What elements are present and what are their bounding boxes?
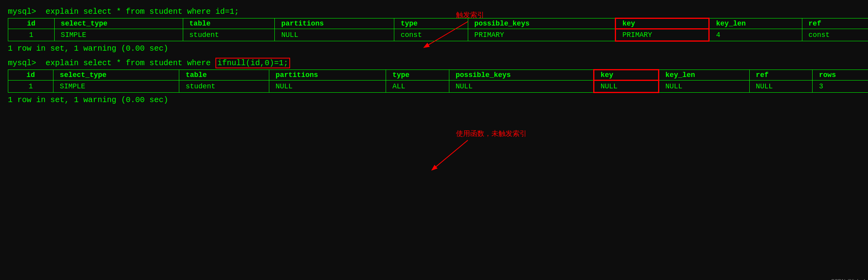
query2-block: mysql> explain select * from student whe… [8,59,868,104]
cell2-rows: 3 [813,81,868,93]
cell-partitions: NULL [275,29,394,41]
query1-command: mysql> explain select * from student whe… [8,7,868,16]
prompt2: mysql> [8,59,36,68]
cell-type: const [394,29,468,41]
col-key-len-header: key_len [709,18,802,29]
query2-table: id select_type table partitions type pos… [8,69,868,93]
col-possible-keys-header: possible_keys [468,18,616,29]
col2-key-header: key [594,70,658,81]
cell-possible-keys: PRIMARY [468,29,616,41]
cell-select-type: SIMPLE [54,29,183,41]
col-id-header: id [8,18,55,29]
col-select-type-header: select_type [54,18,183,29]
col2-ref-header: ref [749,70,813,81]
col2-rows-header: rows [813,70,868,81]
col2-select-type-header: select_type [53,70,179,81]
col-key-header: key [616,18,709,29]
query1-data-row: 1 SIMPLE student NULL const PRIMARY PRIM… [8,29,868,41]
cell2-possible-keys: NULL [449,81,594,93]
cell-id: 1 [8,29,55,41]
query1-table: id select_type table partitions type pos… [8,18,868,42]
cell2-key-len: NULL [658,81,749,93]
col2-key-len-header: key_len [658,70,749,81]
annotation2-container: 使用函数，未触发索引 [456,129,535,178]
query2-prefix: explain select * from student where [46,59,215,68]
svg-line-3 [432,140,468,170]
query1-result: 1 row in set, 1 warning (0.00 sec) [8,44,868,53]
col2-table-header: table [179,70,269,81]
query2-highlight: ifnull(id,0)=1; [215,58,290,68]
annotation2-arrow [456,138,535,178]
query1-text: explain select * from student where id=1… [46,7,239,16]
table2-header-row: id select_type table partitions type pos… [8,70,868,81]
query2-command: mysql> explain select * from student whe… [8,59,868,68]
table-border-top: id select_type table partitions type pos… [8,18,868,29]
cell-ref: const [802,29,868,41]
cell2-table: student [179,81,269,93]
cell2-type: ALL [386,81,449,93]
cell2-key: NULL [594,81,658,93]
cell-table: student [183,29,275,41]
watermark: CSDN @liulanba [831,278,868,280]
col2-possible-keys-header: possible_keys [449,70,594,81]
col-table-header: table [183,18,275,29]
col-type-header: type [394,18,468,29]
cell2-id: 1 [8,81,53,93]
col2-partitions-header: partitions [269,70,386,81]
annotation2-label: 使用函数，未触发索引 [456,129,527,138]
cell-key-len: 4 [709,29,802,41]
cell-key: PRIMARY [616,29,709,41]
cell2-ref: NULL [749,81,813,93]
col-ref-header: ref [802,18,868,29]
query2-result: 1 row in set, 1 warning (0.00 sec) [8,95,868,104]
prompt1: mysql> [8,7,36,16]
col2-id-header: id [8,70,53,81]
query1-block: mysql> explain select * from student whe… [8,7,868,53]
cell2-partitions: NULL [269,81,386,93]
col-partitions-header: partitions [275,18,394,29]
col2-type-header: type [386,70,449,81]
cell2-select-type: SIMPLE [53,81,179,93]
query2-data-row: 1 SIMPLE student NULL ALL NULL NULL NULL… [8,81,868,93]
